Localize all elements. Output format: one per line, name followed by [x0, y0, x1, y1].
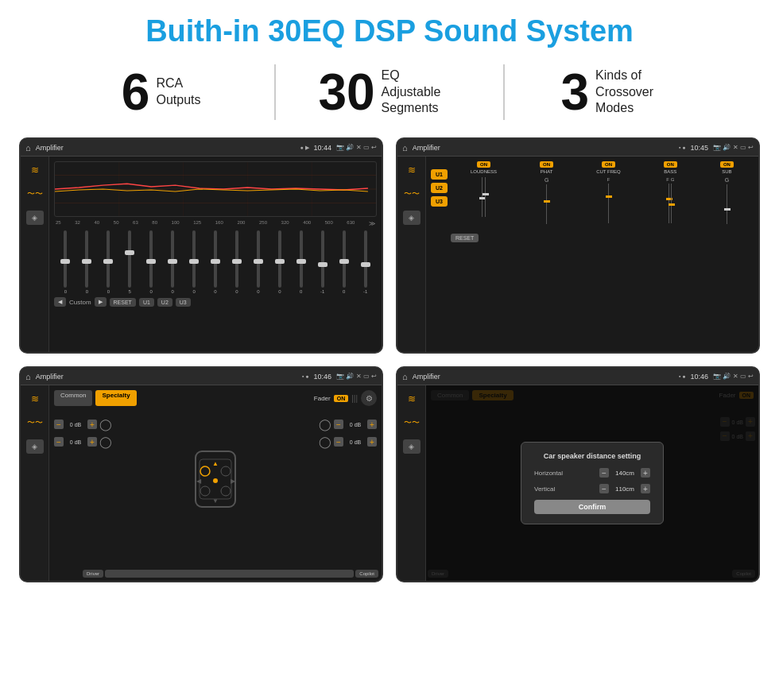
eq-slider-14[interactable]: -1 [355, 230, 375, 294]
eq-slider-13[interactable]: 0 [334, 230, 354, 294]
fader-tab-common[interactable]: Common [54, 390, 92, 406]
amp-topbar: ⌂ Amplifier ▪ ● 10:45 📷 🔊 ✕ ▭ ↩ [397, 139, 758, 157]
fader-sidebar-speaker[interactable]: ◈ [26, 439, 44, 454]
stats-row: 6 RCAOutputs 30 EQ AdjustableSegments 3 … [0, 56, 779, 131]
eq-chart [54, 161, 377, 217]
svg-point-11 [200, 486, 210, 496]
eq-sidebar-speaker[interactable]: ◈ [26, 211, 44, 225]
modal-vertical-minus[interactable]: − [599, 484, 609, 493]
svg-point-13 [213, 478, 218, 483]
eq-slider-7[interactable]: 0 [206, 230, 226, 294]
amp-sidebar-speaker[interactable]: ◈ [403, 211, 421, 225]
dialog-sidebar-eq[interactable]: ≋ [403, 392, 421, 406]
eq-slider-8[interactable]: 0 [227, 230, 247, 294]
eq-u1-btn[interactable]: U1 [139, 298, 154, 307]
fader-speaker-fl: ◯ [99, 418, 112, 431]
amp-u3-btn[interactable]: U3 [431, 196, 448, 207]
stat-rca-number: 6 [122, 67, 150, 118]
modal-confirm-button[interactable]: Confirm [534, 500, 650, 514]
amp-home-icon[interactable]: ⌂ [402, 143, 408, 153]
fader-ch4-minus[interactable]: − [334, 437, 343, 447]
amp-u1-btn[interactable]: U1 [431, 169, 448, 180]
amp-screen: ⌂ Amplifier ▪ ● 10:45 📷 🔊 ✕ ▭ ↩ ≋ 〜〜 ◈ U… [396, 137, 760, 354]
fader-sidebar-wave[interactable]: 〜〜 [26, 416, 44, 430]
fader-screen-body: ≋ 〜〜 ◈ Common Specialty Fader ON ||| ⚙ [21, 385, 382, 581]
amp-screen-body: ≋ 〜〜 ◈ U1 U2 U3 ON [397, 157, 758, 352]
fader-driver-btn[interactable]: Driver [83, 570, 103, 578]
eq-slider-6[interactable]: 0 [184, 230, 204, 294]
fader-copilot-btn[interactable]: Copilot [355, 570, 378, 578]
fader-screen-time: 10:46 [314, 373, 332, 381]
eq-slider-1[interactable]: 0 [77, 230, 97, 294]
screens-grid: ⌂ Amplifier ● ▶ 10:44 📷 🔊 ✕ ▭ ↩ ≋ 〜〜 ◈ [0, 131, 779, 592]
fader-speaker-rr: ◯ [319, 435, 331, 448]
home-icon[interactable]: ⌂ [25, 143, 31, 153]
topbar-icons-eq: 📷 🔊 ✕ ▭ ↩ [336, 144, 377, 151]
fader-ch2-minus[interactable]: − [334, 420, 343, 429]
fader-sidebar-eq[interactable]: ≋ [26, 392, 44, 406]
amp-sidebar-wave[interactable]: 〜〜 [403, 187, 421, 201]
eq-slider-2[interactable]: 0 [99, 230, 118, 294]
modal-row-vertical: Vertical − 110cm + [534, 484, 650, 493]
fader-ch3-plus[interactable]: + [87, 437, 97, 447]
fader-main: Common Specialty Fader ON ||| ⚙ − [49, 385, 382, 581]
eq-slider-12[interactable]: -1 [312, 230, 332, 294]
amp-cutfreq: ON CUT FREQ F [596, 161, 621, 224]
fader-topbar: ⌂ Amplifier ▪ ● 10:46 📷 🔊 ✕ ▭ ↩ [21, 368, 382, 385]
eq-slider-11[interactable]: 0 [291, 230, 311, 294]
dialog-home-icon[interactable]: ⌂ [402, 372, 408, 381]
fader-ch1-minus[interactable]: − [54, 420, 64, 429]
stat-crossover: 3 Kinds ofCrossover Modes [505, 67, 731, 118]
eq-topbar: ⌂ Amplifier ● ▶ 10:44 📷 🔊 ✕ ▭ ↩ [21, 139, 382, 157]
stat-rca-text: RCAOutputs [156, 75, 200, 109]
eq-slider-0[interactable]: 0 [56, 230, 76, 294]
dialog-sidebar-wave[interactable]: 〜〜 [403, 416, 421, 430]
svg-point-9 [200, 466, 210, 476]
eq-u2-btn[interactable]: U2 [157, 298, 172, 307]
modal-horizontal-minus[interactable]: − [599, 468, 609, 478]
fader-home-icon[interactable]: ⌂ [25, 372, 31, 381]
eq-u3-btn[interactable]: U3 [176, 298, 191, 307]
eq-slider-9[interactable]: 0 [248, 230, 268, 294]
eq-slider-3[interactable]: 5 [120, 230, 140, 294]
amp-sidebar-eq[interactable]: ≋ [403, 163, 421, 177]
topbar-icons-fader: 📷 🔊 ✕ ▭ ↩ [336, 373, 377, 380]
amp-bass: ON BASS FG [664, 161, 677, 224]
svg-text:◀: ◀ [196, 478, 202, 485]
fader-screen-title: Amplifier [36, 373, 297, 381]
eq-slider-5[interactable]: 0 [163, 230, 183, 294]
svg-point-12 [221, 486, 231, 496]
eq-screen-time: 10:44 [314, 144, 332, 152]
fader-screen: ⌂ Amplifier ▪ ● 10:46 📷 🔊 ✕ ▭ ↩ ≋ 〜〜 ◈ C… [19, 366, 383, 582]
amp-reset-btn[interactable]: RESET [451, 234, 479, 242]
modal-horizontal-label: Horizontal [534, 470, 578, 477]
eq-custom-label: Custom [69, 299, 91, 306]
modal-vertical-controls: − 110cm + [599, 484, 650, 493]
modal-vertical-plus[interactable]: + [641, 484, 650, 493]
dialog-sidebar: ≋ 〜〜 ◈ [397, 385, 426, 581]
eq-prev-btn[interactable]: ◀ [54, 297, 66, 307]
stat-rca: 6 RCAOutputs [48, 67, 274, 118]
dialog-sidebar-speaker[interactable]: ◈ [403, 439, 421, 454]
amp-screen-title: Amplifier [413, 144, 674, 152]
eq-reset-btn[interactable]: RESET [110, 298, 136, 307]
fader-settings-icon[interactable]: ⚙ [361, 390, 377, 406]
modal-horizontal-plus[interactable]: + [641, 468, 650, 478]
fader-ch1-plus[interactable]: + [87, 420, 97, 429]
modal-vertical-value: 110cm [612, 485, 638, 493]
fader-ch2-plus[interactable]: + [367, 420, 377, 429]
fader-ch4-plus[interactable]: + [367, 437, 377, 447]
eq-next-btn[interactable]: ▶ [95, 297, 107, 307]
modal-title: Car speaker distance setting [534, 452, 650, 460]
dialog-screen-body: ≋ 〜〜 ◈ Common Specialty Fader ON [397, 385, 758, 581]
fader-ch3-minus[interactable]: − [54, 437, 64, 447]
eq-slider-4[interactable]: 0 [141, 230, 161, 294]
fader-tab-specialty[interactable]: Specialty [95, 390, 136, 406]
eq-freq-labels: 2532405063 80100125160200 25032040050063… [54, 220, 377, 227]
stat-eq-number: 30 [318, 67, 374, 118]
svg-text:▼: ▼ [212, 497, 219, 505]
eq-sidebar-wave[interactable]: 〜〜 [26, 187, 44, 201]
eq-sidebar-eq[interactable]: ≋ [26, 163, 44, 177]
amp-u2-btn[interactable]: U2 [431, 183, 448, 193]
eq-slider-10[interactable]: 0 [269, 230, 289, 294]
